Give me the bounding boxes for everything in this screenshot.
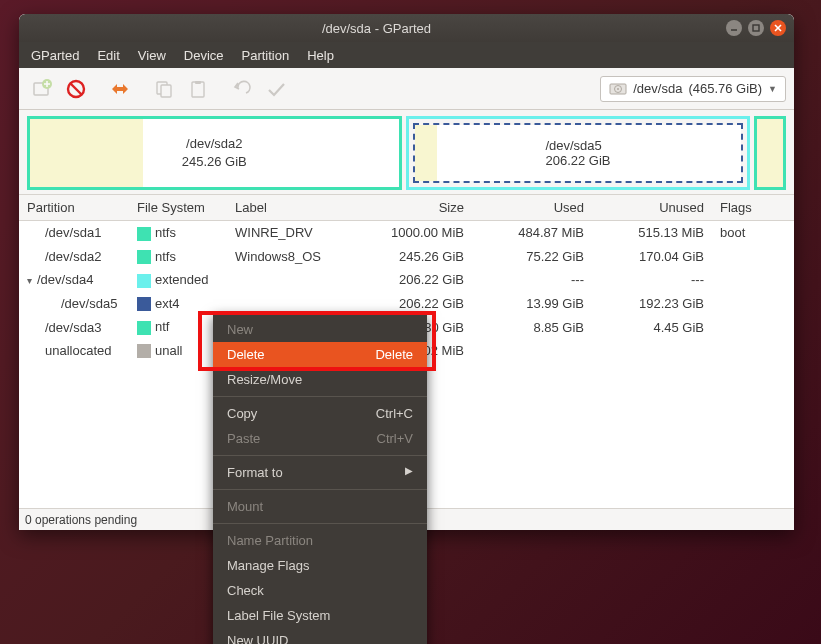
cell-label: [227, 292, 342, 316]
header-flags[interactable]: Flags: [712, 195, 794, 221]
svg-rect-12: [192, 82, 204, 97]
delete-partition-button[interactable]: [61, 74, 91, 104]
window-title: /dev/sda - GParted: [27, 21, 726, 36]
partition-name: /dev/sda4: [37, 272, 93, 287]
context-menu-label: Resize/Move: [227, 372, 302, 387]
graphic-sda2[interactable]: /dev/sda2 245.26 GiB: [27, 116, 402, 190]
filesystem-name: ntfs: [155, 225, 176, 240]
context-menu-divider: [213, 523, 427, 524]
graphic-extended[interactable]: /dev/sda5 206.22 GiB: [406, 116, 751, 190]
disk-selector[interactable]: /dev/sda (465.76 GiB) ▼: [600, 76, 786, 102]
context-menu-item[interactable]: Format to▶: [213, 460, 427, 485]
svg-line-9: [71, 83, 82, 94]
header-label[interactable]: Label: [227, 195, 342, 221]
filesystem-swatch: [137, 250, 151, 264]
cell-size: 206.22 GiB: [342, 268, 472, 292]
cell-size: 245.26 GiB: [342, 245, 472, 269]
context-menu-item[interactable]: Manage Flags: [213, 553, 427, 578]
svg-rect-13: [195, 81, 201, 84]
cell-flags: [712, 339, 794, 363]
context-menu-item[interactable]: CopyCtrl+C: [213, 401, 427, 426]
close-button[interactable]: [770, 20, 786, 36]
menu-partition[interactable]: Partition: [234, 44, 298, 67]
context-menu-shortcut: Ctrl+C: [376, 406, 413, 421]
table-row[interactable]: ▾/dev/sda4extended206.22 GiB------: [19, 268, 794, 292]
cell-label: [227, 268, 342, 292]
menu-edit[interactable]: Edit: [89, 44, 127, 67]
context-menu-label: Label File System: [227, 608, 330, 623]
header-unused[interactable]: Unused: [592, 195, 712, 221]
maximize-button[interactable]: [748, 20, 764, 36]
graphic-sda5[interactable]: /dev/sda5 206.22 GiB: [413, 123, 744, 183]
context-menu-item[interactable]: Check: [213, 578, 427, 603]
context-menu-shortcut: Ctrl+V: [377, 431, 413, 446]
expand-icon[interactable]: ▾: [27, 275, 37, 286]
context-menu-label: Name Partition: [227, 533, 313, 548]
header-filesystem[interactable]: File System: [129, 195, 227, 221]
cell-flags: [712, 245, 794, 269]
table-row[interactable]: /dev/sda5ext4206.22 GiB13.99 GiB192.23 G…: [19, 292, 794, 316]
context-menu-label: New UUID: [227, 633, 288, 644]
apply-button: [261, 74, 291, 104]
table-row[interactable]: /dev/sda1ntfsWINRE_DRV1000.00 MiB484.87 …: [19, 221, 794, 245]
context-menu-label: Mount: [227, 499, 263, 514]
context-menu-divider: [213, 396, 427, 397]
partition-graphic: /dev/sda2 245.26 GiB /dev/sda5 206.22 Gi…: [27, 116, 786, 190]
cell-flags: boot: [712, 221, 794, 245]
submenu-arrow-icon: ▶: [405, 465, 413, 480]
header-used[interactable]: Used: [472, 195, 592, 221]
menu-view[interactable]: View: [130, 44, 174, 67]
cell-used: ---: [472, 268, 592, 292]
header-size[interactable]: Size: [342, 195, 472, 221]
cell-unused: 515.13 MiB: [592, 221, 712, 245]
context-menu-item: Name Partition: [213, 528, 427, 553]
cell-size: 206.22 GiB: [342, 292, 472, 316]
table-row[interactable]: /dev/sda2ntfsWindows8_OS245.26 GiB75.22 …: [19, 245, 794, 269]
context-menu-item[interactable]: DeleteDelete: [213, 342, 427, 367]
graphic-sda3[interactable]: [754, 116, 786, 190]
cell-label: Windows8_OS: [227, 245, 342, 269]
cell-flags: [712, 292, 794, 316]
filesystem-swatch: [137, 297, 151, 311]
cell-size: 1000.00 MiB: [342, 221, 472, 245]
context-menu-item: PasteCtrl+V: [213, 426, 427, 451]
cell-flags: [712, 268, 794, 292]
context-menu-label: New: [227, 322, 253, 337]
svg-point-16: [617, 88, 619, 90]
context-menu-item[interactable]: Resize/Move: [213, 367, 427, 392]
context-menu-label: Paste: [227, 431, 260, 446]
filesystem-name: extended: [155, 272, 209, 287]
cell-used: 13.99 GiB: [472, 292, 592, 316]
partition-name: /dev/sda1: [45, 225, 101, 240]
filesystem-name: ntfs: [155, 249, 176, 264]
context-menu-item[interactable]: New UUID: [213, 628, 427, 644]
table-header-row: Partition File System Label Size Used Un…: [19, 195, 794, 221]
resize-move-button[interactable]: [105, 74, 135, 104]
graphic-sda2-name: /dev/sda2: [182, 135, 247, 153]
filesystem-name: ntf: [155, 319, 169, 334]
minimize-button[interactable]: [726, 20, 742, 36]
disk-icon: [609, 81, 627, 97]
disk-size: (465.76 GiB): [688, 81, 762, 96]
filesystem-name: unall: [155, 343, 182, 358]
menu-device[interactable]: Device: [176, 44, 232, 67]
titlebar: /dev/sda - GParted: [19, 14, 794, 42]
menu-gparted[interactable]: GParted: [23, 44, 87, 67]
copy-button: [149, 74, 179, 104]
context-menu-label: Delete: [227, 347, 265, 362]
filesystem-swatch: [137, 274, 151, 288]
context-menu-item[interactable]: Label File System: [213, 603, 427, 628]
svg-rect-11: [161, 85, 171, 97]
context-menu-shortcut: Delete: [375, 347, 413, 362]
partition-name: /dev/sda3: [45, 320, 101, 335]
cell-unused: 170.04 GiB: [592, 245, 712, 269]
header-partition[interactable]: Partition: [19, 195, 129, 221]
context-menu-divider: [213, 455, 427, 456]
window-controls: [726, 20, 786, 36]
cell-unused: [592, 339, 712, 363]
menu-help[interactable]: Help: [299, 44, 342, 67]
context-menu-label: Format to: [227, 465, 283, 480]
context-menu-item: Mount: [213, 494, 427, 519]
filesystem-swatch: [137, 227, 151, 241]
status-text: 0 operations pending: [25, 513, 137, 527]
